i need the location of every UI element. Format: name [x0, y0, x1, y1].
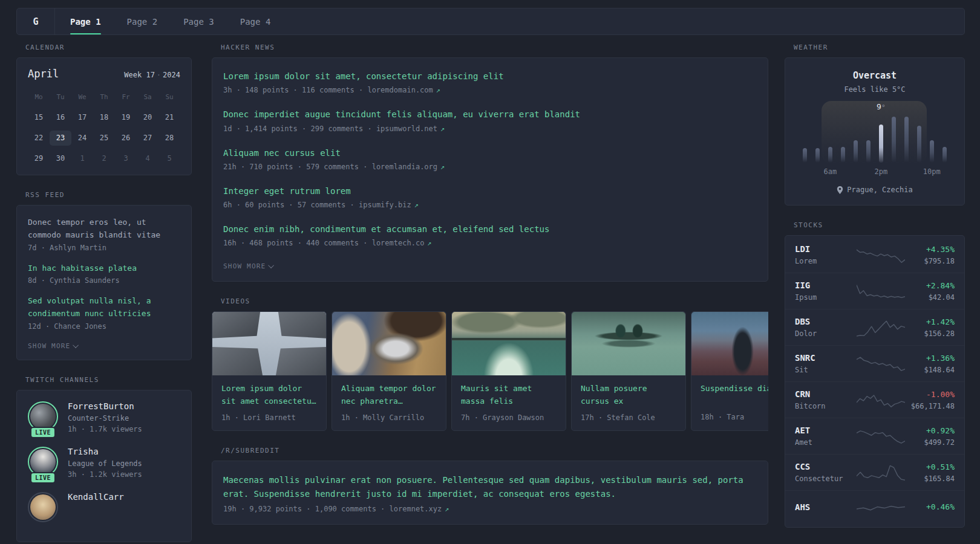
- time-label: 6am: [824, 167, 837, 176]
- stock-sparkline: [857, 317, 905, 338]
- video-title[interactable]: Nullam posuere cursus ex: [581, 383, 676, 407]
- stock-sparkline: [857, 498, 905, 519]
- app-header: G Page 1 Page 2 Page 3 Page 4: [16, 8, 965, 35]
- left-column: CALENDAR April Week 17·2024 Mo Tu We Th …: [16, 44, 192, 544]
- stock-change: -1.00%: [911, 390, 955, 399]
- videos-section-label: VIDEOS: [221, 297, 768, 305]
- stock-price: $499.72: [924, 438, 955, 447]
- app-logo[interactable]: G: [17, 8, 55, 34]
- stock-name: Bitcorn: [795, 402, 854, 410]
- stock-row[interactable]: DBSDolor +1.42%$156.28: [785, 309, 964, 345]
- video-thumbnail[interactable]: [691, 312, 768, 375]
- stock-row[interactable]: AETAmet +0.92%$499.72: [785, 418, 964, 454]
- hn-item-domain[interactable]: ipsumworld.net: [376, 125, 437, 133]
- video-card[interactable]: Aliquam tempor dolor nec pharetra… 1h · …: [332, 311, 446, 430]
- stock-row[interactable]: CRNBitcorn -1.00%$66,171.48: [785, 381, 964, 418]
- video-title[interactable]: Mauris sit amet massa felis: [461, 383, 557, 407]
- video-card[interactable]: Suspendisse diam 18h · Tara: [691, 311, 768, 430]
- stock-row[interactable]: SNRCSit +1.36%$148.64: [785, 345, 964, 381]
- stock-sparkline: [857, 426, 905, 447]
- videos-row: Lorem ipsum dolor sit amet consectetu… 1…: [212, 311, 768, 430]
- weather-condition: Overcast: [797, 70, 952, 81]
- video-title[interactable]: Aliquam tempor dolor nec pharetra…: [341, 383, 437, 407]
- calendar-day: 26: [115, 131, 137, 146]
- calendar-section-label: CALENDAR: [25, 44, 192, 51]
- stock-row[interactable]: CCSConsectetur +0.51%$165.84: [785, 454, 964, 490]
- video-card[interactable]: Lorem ipsum dolor sit amet consectetu… 1…: [212, 311, 327, 430]
- stock-ticker: DBS: [795, 317, 854, 326]
- reddit-post-title[interactable]: Maecenas mollis pulvinar erat non posuer…: [223, 473, 743, 501]
- hn-item-domain[interactable]: loremlandia.org: [372, 163, 437, 171]
- hn-item-domain[interactable]: loremtech.co: [372, 239, 425, 247]
- rss-show-more-button[interactable]: SHOW MORE: [28, 342, 79, 350]
- rss-item-title[interactable]: Donec tempor eros leo, ut commodo mauris…: [28, 216, 180, 242]
- weather-bar: [815, 148, 820, 163]
- channel-meta: 3h · 1.2k viewers: [68, 470, 142, 479]
- weather-bar: [828, 147, 832, 163]
- reddit-post-domain[interactable]: loremnet.xyz: [390, 505, 442, 513]
- weather-time-axis: 6am 2pm 10pm: [799, 167, 951, 177]
- stock-price: $148.64: [924, 366, 955, 374]
- video-card[interactable]: Mauris sit amet massa felis 7h · Grayson…: [451, 311, 566, 430]
- rss-item-title[interactable]: Sed volutpat nulla nisl, a condimentum n…: [28, 295, 180, 320]
- rss-item: In hac habitasse platea 8d · Cynthia Sau…: [28, 262, 180, 285]
- weather-bar: [930, 140, 934, 163]
- stock-change: +4.35%: [924, 245, 955, 254]
- calendar-day: 18: [93, 110, 115, 125]
- channel-name: ForrestBurton: [68, 401, 142, 411]
- stock-row[interactable]: LDILorem +4.35%$795.18: [785, 237, 964, 273]
- weather-bar: [904, 117, 909, 163]
- show-more-label: SHOW MORE: [223, 262, 266, 270]
- tab-page-3[interactable]: Page 3: [183, 8, 214, 34]
- stock-ticker: AET: [795, 426, 854, 435]
- rss-item-title[interactable]: In hac habitasse platea: [28, 262, 180, 275]
- temp-value: 9: [877, 102, 881, 111]
- calendar-day-next-month: 5: [158, 151, 180, 166]
- twitch-channel[interactable]: LIVE ForrestBurton Counter-Strike 1h · 1…: [28, 401, 180, 433]
- hn-item-title[interactable]: Aliquam nec cursus elit: [223, 147, 757, 159]
- weekday-label: Su: [158, 89, 180, 105]
- hn-item-domain[interactable]: loremdomain.com: [367, 86, 433, 94]
- weather-location[interactable]: Prague, Czechia: [797, 186, 952, 194]
- calendar-day: 21: [158, 110, 180, 125]
- video-thumbnail[interactable]: [452, 312, 566, 375]
- hn-item-title[interactable]: Donec enim nibh, condimentum et accumsan…: [223, 223, 757, 235]
- calendar-day: 19: [115, 110, 137, 125]
- video-card[interactable]: Nullam posuere cursus ex 17h · Stefan Co…: [571, 311, 686, 430]
- hn-item-title[interactable]: Integer eget rutrum lorem: [223, 185, 757, 197]
- video-thumbnail[interactable]: [212, 312, 326, 375]
- hn-meta-text: 6h · 60 points · 57 comments ·: [223, 201, 354, 209]
- tab-page-1[interactable]: Page 1: [70, 8, 101, 34]
- stock-ticker: AHS: [795, 502, 854, 512]
- weekday-label: Tu: [50, 89, 71, 105]
- separator-dot: ·: [155, 71, 163, 79]
- live-badge: LIVE: [30, 427, 56, 438]
- external-link-icon: ↗: [440, 125, 445, 133]
- twitch-channel[interactable]: LIVE Trisha League of Legends 3h · 1.2k …: [28, 447, 180, 479]
- live-badge: LIVE: [30, 472, 56, 484]
- stocks-card: LDILorem +4.35%$795.18 IIGIpsum +2.84%$4…: [785, 235, 965, 528]
- stock-row[interactable]: AHS +0.46%: [785, 490, 964, 526]
- stock-change: +2.84%: [926, 281, 955, 290]
- weather-bars: [799, 103, 951, 163]
- tab-page-4[interactable]: Page 4: [240, 8, 271, 34]
- twitch-channel[interactable]: KendallCarr: [28, 492, 180, 522]
- stock-row[interactable]: IIGIpsum +2.84%$42.04: [785, 273, 964, 309]
- hn-item-title[interactable]: Lorem ipsum dolor sit amet, consectetur …: [223, 70, 757, 82]
- video-thumbnail[interactable]: [332, 312, 446, 375]
- hn-item: Integer eget rutrum lorem 6h · 60 points…: [223, 185, 757, 209]
- calendar-year: 2024: [163, 71, 180, 79]
- right-column: WEATHER Overcast Feels like 5°C 9° 6am 2…: [785, 44, 965, 543]
- video-title[interactable]: Suspendisse diam: [701, 383, 768, 407]
- hn-item-domain[interactable]: ipsumify.biz: [359, 201, 411, 209]
- external-link-icon: ↗: [445, 505, 449, 513]
- stock-ticker: IIG: [795, 280, 854, 290]
- video-thumbnail[interactable]: [572, 312, 685, 375]
- external-link-icon: ↗: [440, 163, 445, 171]
- hn-item-title[interactable]: Donec imperdiet augue tincidunt felis al…: [223, 108, 757, 120]
- rss-item-meta: 12d · Chance Jones: [28, 322, 180, 331]
- hn-show-more-button[interactable]: SHOW MORE: [223, 262, 274, 270]
- tab-page-2[interactable]: Page 2: [127, 8, 158, 34]
- weather-bar: [892, 117, 896, 163]
- video-title[interactable]: Lorem ipsum dolor sit amet consectetu…: [221, 383, 317, 407]
